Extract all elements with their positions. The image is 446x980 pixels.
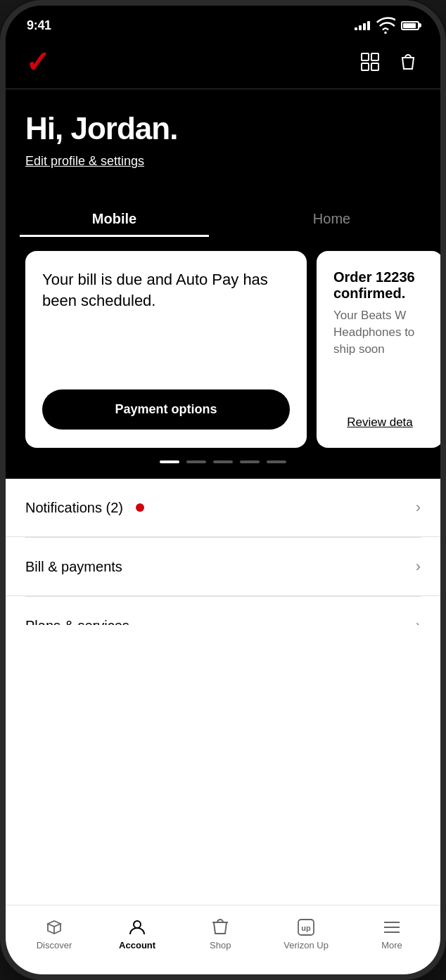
shop-icon bbox=[211, 918, 229, 936]
discover-label: Discover bbox=[37, 940, 72, 950]
verizon-up-icon: up bbox=[297, 918, 315, 936]
top-nav: ✓ bbox=[6, 41, 440, 89]
tab-mobile[interactable]: Mobile bbox=[6, 200, 223, 237]
svg-rect-2 bbox=[371, 53, 378, 60]
shopping-bag-icon bbox=[398, 52, 418, 72]
greeting-text: Hi, Jordan. bbox=[25, 112, 421, 146]
edit-profile-button[interactable]: Edit profile & settings bbox=[25, 154, 144, 169]
svg-rect-4 bbox=[371, 63, 378, 70]
verizon-logo: ✓ bbox=[25, 48, 50, 77]
svg-rect-1 bbox=[362, 53, 369, 60]
notifications-label: Notifications (2) bbox=[25, 500, 123, 516]
nav-verizon-up[interactable]: up Verizon Up bbox=[275, 914, 337, 955]
partial-menu-item: Plans & services › bbox=[6, 597, 440, 625]
order-card-title: Order 12236 confirmed. bbox=[333, 269, 426, 302]
menu-icon-button[interactable] bbox=[357, 49, 383, 77]
dot-3 bbox=[213, 460, 233, 463]
bill-payments-chevron: › bbox=[416, 557, 421, 576]
table-icon bbox=[360, 52, 380, 72]
nav-account[interactable]: Account bbox=[109, 914, 165, 955]
nav-shop[interactable]: Shop bbox=[192, 914, 248, 955]
dot-1 bbox=[160, 460, 179, 463]
wifi-icon bbox=[376, 15, 395, 35]
notifications-chevron: › bbox=[416, 498, 421, 517]
bottom-nav: Discover Account Shop bbox=[6, 905, 440, 974]
cards-section: Your bill is due and Auto Pay has been s… bbox=[6, 237, 440, 448]
battery-icon bbox=[401, 21, 419, 30]
plans-services-chevron: › bbox=[416, 617, 421, 625]
tab-home[interactable]: Home bbox=[223, 200, 440, 237]
status-icons bbox=[355, 15, 419, 35]
carousel-dots bbox=[6, 448, 440, 479]
status-time: 9:41 bbox=[27, 18, 51, 33]
review-details-button[interactable]: Review deta bbox=[333, 415, 426, 430]
more-label: More bbox=[381, 940, 402, 950]
account-label: Account bbox=[119, 940, 155, 950]
verizon-up-label: Verizon Up bbox=[283, 940, 329, 950]
phone-frame: 9:41 ✓ bbox=[0, 0, 446, 980]
discover-icon bbox=[45, 918, 63, 936]
nav-more[interactable]: More bbox=[364, 914, 420, 955]
header-section: Hi, Jordan. Edit profile & settings bbox=[6, 89, 440, 188]
svg-point-5 bbox=[134, 921, 141, 928]
dot-2 bbox=[186, 460, 206, 463]
svg-rect-3 bbox=[362, 63, 369, 70]
bag-icon-button[interactable] bbox=[395, 49, 421, 77]
nav-icons bbox=[357, 49, 421, 77]
nav-discover[interactable]: Discover bbox=[26, 914, 82, 955]
phone-screen: 9:41 ✓ bbox=[6, 6, 440, 974]
bill-payments-menu-item[interactable]: Bill & payments › bbox=[6, 538, 440, 596]
signal-icon bbox=[355, 20, 370, 30]
dot-5 bbox=[267, 460, 286, 463]
svg-text:up: up bbox=[301, 924, 311, 932]
order-card-desc: Your Beats W Headphones to ship soon bbox=[333, 307, 426, 357]
more-icon bbox=[383, 918, 401, 936]
bill-card-text: Your bill is due and Auto Pay has been s… bbox=[42, 269, 290, 311]
menu-section: Notifications (2) › Bill & payments › Pl… bbox=[6, 479, 440, 905]
bill-card: Your bill is due and Auto Pay has been s… bbox=[25, 251, 307, 448]
notification-badge bbox=[136, 503, 144, 512]
bill-payments-label: Bill & payments bbox=[25, 559, 122, 575]
tabs-section: Mobile Home bbox=[6, 200, 440, 237]
notifications-menu-item[interactable]: Notifications (2) › bbox=[6, 479, 440, 537]
plans-services-label: Plans & services bbox=[25, 618, 129, 626]
svg-point-0 bbox=[384, 32, 387, 34]
status-bar: 9:41 bbox=[6, 6, 440, 41]
order-card: Order 12236 confirmed. Your Beats W Head… bbox=[317, 251, 440, 448]
account-icon bbox=[128, 918, 146, 936]
shop-label: Shop bbox=[210, 940, 231, 950]
payment-options-button[interactable]: Payment options bbox=[42, 389, 290, 430]
plans-services-menu-item[interactable]: Plans & services › bbox=[6, 597, 440, 625]
dot-4 bbox=[240, 460, 260, 463]
cards-scroll: Your bill is due and Auto Pay has been s… bbox=[6, 251, 440, 448]
